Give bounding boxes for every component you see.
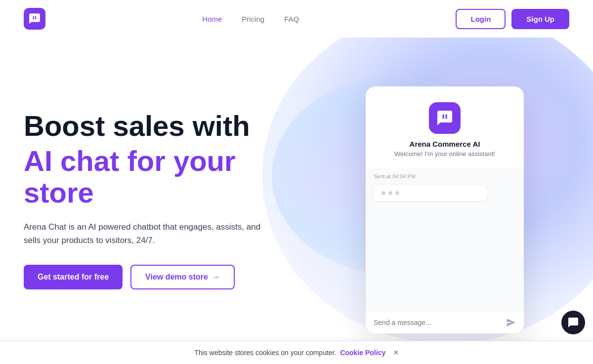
chat-dot-3 xyxy=(395,191,399,195)
nav-pricing[interactable]: Pricing xyxy=(242,15,264,23)
cta-secondary-label: View demo store xyxy=(145,273,208,282)
cookie-text: This website stores cookies on your comp… xyxy=(194,349,336,357)
chat-card-header: Arena Commerce AI Welcome! I'm your onli… xyxy=(366,86,524,167)
chat-widget-icon xyxy=(567,317,579,328)
header: Home Pricing FAQ Login Sign Up xyxy=(0,0,593,38)
cookie-close-button[interactable]: × xyxy=(393,348,399,357)
chat-dot-1 xyxy=(381,191,385,195)
hero-title-line2: AI chat for your store xyxy=(24,145,273,208)
login-button[interactable]: Login xyxy=(456,9,506,29)
chat-bot-svg xyxy=(436,109,454,127)
hero-chat-preview: Arena Commerce AI Welcome! I'm your onli… xyxy=(296,38,593,362)
chat-bot-welcome: Welcome! I'm your online assistant! xyxy=(394,150,495,158)
chat-widget-button[interactable] xyxy=(561,311,585,334)
nav-home[interactable]: Home xyxy=(202,15,222,23)
chat-send-button[interactable] xyxy=(506,318,516,327)
hero-content: Boost sales with AI chat for your store … xyxy=(0,38,296,362)
chat-input[interactable] xyxy=(374,319,502,326)
signup-button[interactable]: Sign Up xyxy=(511,9,569,29)
hero-subtitle: Arena Chat is an AI powered chatbot that… xyxy=(24,220,261,247)
chat-bot-name: Arena Commerce AI xyxy=(410,140,480,148)
hero-title-line1: Boost sales with xyxy=(24,110,273,142)
chat-footer xyxy=(366,311,524,333)
hero-cta: Get started for free View demo store → xyxy=(24,265,273,289)
logo[interactable] xyxy=(24,8,45,30)
hero-section: Boost sales with AI chat for your store … xyxy=(0,38,593,362)
logo-icon xyxy=(24,8,45,30)
cta-secondary-button[interactable]: View demo store → xyxy=(130,265,235,289)
cta-secondary-arrow: → xyxy=(212,273,220,282)
chat-body: Sent at 04:04 PM xyxy=(366,167,524,311)
nav-buttons: Login Sign Up xyxy=(456,9,569,29)
chat-card: Arena Commerce AI Welcome! I'm your onli… xyxy=(366,86,524,333)
cookie-policy-link[interactable]: Cookie Policy xyxy=(340,349,385,357)
nav-faq[interactable]: FAQ xyxy=(284,15,299,23)
cta-primary-button[interactable]: Get started for free xyxy=(24,265,123,289)
chat-bot-icon xyxy=(429,102,461,134)
nav: Home Pricing FAQ xyxy=(202,15,299,23)
chat-timestamp: Sent at 04:04 PM xyxy=(374,173,516,179)
logo-svg xyxy=(28,12,41,25)
cookie-banner: This website stores cookies on your comp… xyxy=(0,341,593,364)
chat-bubble xyxy=(374,185,487,201)
chat-dot-2 xyxy=(388,191,392,195)
